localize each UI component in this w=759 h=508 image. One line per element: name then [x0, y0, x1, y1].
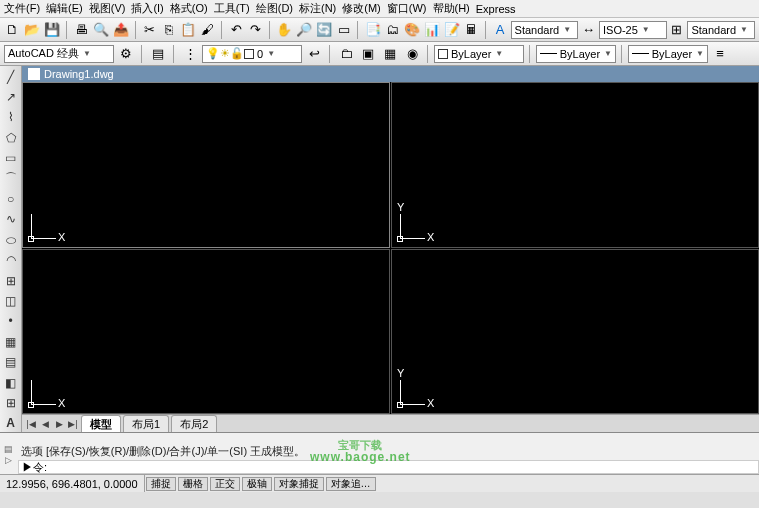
tab-nav-prev[interactable]: ◀ [38, 417, 52, 431]
command-input[interactable]: ▶令: [18, 460, 759, 474]
tool-palette-icon[interactable]: 🎨 [403, 20, 421, 40]
tab-layout2[interactable]: 布局2 [171, 415, 217, 433]
line-icon[interactable]: ╱ [2, 68, 20, 85]
separator [173, 45, 175, 63]
save-icon[interactable]: 💾 [43, 20, 61, 40]
menu-file[interactable]: 文件(F) [4, 1, 40, 16]
zoom-icon[interactable]: 🔎 [295, 20, 313, 40]
tab-nav-last[interactable]: ▶| [66, 417, 80, 431]
layer-dropdown[interactable]: 💡 ☀ 🔓 0▼ [202, 45, 302, 63]
table-style-dropdown[interactable]: Standard▼ [687, 21, 755, 39]
window-icon[interactable]: ▣ [358, 44, 378, 64]
layer-states-icon[interactable]: ⋮ [180, 44, 200, 64]
insert-block-icon[interactable]: ⊞ [2, 272, 20, 289]
color-dropdown[interactable]: ByLayer▼ [434, 45, 524, 63]
menu-help[interactable]: 帮助(H) [433, 1, 470, 16]
table-style-icon[interactable]: ⊞ [669, 20, 686, 40]
pan-icon[interactable]: ✋ [275, 20, 293, 40]
linetype-dropdown[interactable]: ByLayer▼ [536, 45, 616, 63]
menu-window[interactable]: 窗口(W) [387, 1, 427, 16]
tab-layout1[interactable]: 布局1 [123, 415, 169, 433]
dim-style-icon[interactable]: ↔ [580, 20, 597, 40]
bylayer-icon[interactable]: ≡ [710, 44, 730, 64]
viewport-bottom-right[interactable]: YX [391, 249, 759, 415]
table-icon[interactable]: ⊞ [2, 394, 20, 411]
ellipse-icon[interactable]: ⬭ [2, 231, 20, 248]
menu-modify[interactable]: 修改(M) [342, 1, 381, 16]
undo-icon[interactable]: ↶ [228, 20, 245, 40]
design-center-icon[interactable]: 🗂 [384, 20, 401, 40]
calc-icon[interactable]: 🖩 [463, 20, 480, 40]
grid-toggle[interactable]: 栅格 [178, 477, 208, 491]
cut-icon[interactable]: ✂ [141, 20, 158, 40]
menu-draw[interactable]: 绘图(D) [256, 1, 293, 16]
ortho-toggle[interactable]: 正交 [210, 477, 240, 491]
ray-icon[interactable]: ↗ [2, 88, 20, 105]
rectangle-icon[interactable]: ▭ [2, 150, 20, 167]
menu-format[interactable]: 格式(O) [170, 1, 208, 16]
open-icon[interactable]: 📂 [23, 20, 41, 40]
viewport-top-right[interactable]: YX [391, 82, 759, 248]
command-grip[interactable]: ▤▷ [2, 437, 14, 471]
layer-mgr-icon[interactable]: ▤ [148, 44, 168, 64]
layer-prev-icon[interactable]: ↩ [304, 44, 324, 64]
polygon-icon[interactable]: ⬠ [2, 129, 20, 146]
lock-icon: 🔓 [230, 47, 244, 60]
region-icon[interactable]: ◧ [2, 374, 20, 391]
circle-icon[interactable]: ○ [2, 190, 20, 207]
copy-icon[interactable]: ⎘ [160, 20, 177, 40]
menu-dimension[interactable]: 标注(N) [299, 1, 336, 16]
polar-toggle[interactable]: 极轴 [242, 477, 272, 491]
make-block-icon[interactable]: ◫ [2, 292, 20, 309]
preview-icon[interactable]: 🔍 [92, 20, 110, 40]
render-icon[interactable]: ◉ [402, 44, 422, 64]
separator [357, 21, 359, 39]
osnap-toggle[interactable]: 对象捕捉 [274, 477, 324, 491]
publish-icon[interactable]: 📤 [112, 20, 130, 40]
dim-style-dropdown[interactable]: ISO-25▼ [599, 21, 667, 39]
zoom-window-icon[interactable]: ▭ [335, 20, 352, 40]
workspace-settings-icon[interactable]: ⚙ [116, 44, 136, 64]
tab-nav-next[interactable]: ▶ [52, 417, 66, 431]
gradient-icon[interactable]: ▤ [2, 353, 20, 370]
print-icon[interactable]: 🖶 [73, 20, 90, 40]
tab-model[interactable]: 模型 [81, 415, 121, 433]
spline-icon[interactable]: ∿ [2, 211, 20, 228]
workspace-dropdown[interactable]: AutoCAD 经典▼ [4, 45, 114, 63]
viewport-grid[interactable]: X YX X YX [22, 82, 759, 414]
paste-icon[interactable]: 📋 [179, 20, 197, 40]
status-bar: 12.9956, 696.4801, 0.0000 捕捉 栅格 正交 极轴 对象… [0, 474, 759, 492]
lineweight-dropdown[interactable]: ByLayer▼ [628, 45, 708, 63]
properties-icon[interactable]: 📑 [364, 20, 382, 40]
text-icon[interactable]: A [2, 415, 20, 432]
otrack-toggle[interactable]: 对象追… [326, 477, 376, 491]
tab-nav-first[interactable]: |◀ [24, 417, 38, 431]
text-style-dropdown[interactable]: Standard▼ [511, 21, 579, 39]
new-icon[interactable]: 🗋 [4, 20, 21, 40]
menu-insert[interactable]: 插入(I) [131, 1, 163, 16]
snap-toggle[interactable]: 捕捉 [146, 477, 176, 491]
ellipse-arc-icon[interactable]: ◠ [2, 252, 20, 269]
text-style-icon[interactable]: A [492, 20, 509, 40]
sun-icon: ☀ [220, 47, 230, 60]
point-icon[interactable]: • [2, 313, 20, 330]
polyline-icon[interactable]: ⌇ [2, 109, 20, 126]
layer-off-icon[interactable]: 🗀 [336, 44, 356, 64]
menu-edit[interactable]: 编辑(E) [46, 1, 83, 16]
menu-bar: 文件(F) 编辑(E) 视图(V) 插入(I) 格式(O) 工具(T) 绘图(D… [0, 0, 759, 18]
menu-view[interactable]: 视图(V) [89, 1, 126, 16]
sheet-set-icon[interactable]: 📊 [423, 20, 441, 40]
coordinates[interactable]: 12.9956, 696.4801, 0.0000 [0, 475, 145, 492]
menu-tools[interactable]: 工具(T) [214, 1, 250, 16]
viewport-icon[interactable]: ▦ [380, 44, 400, 64]
layer-color-swatch [244, 49, 254, 59]
match-icon[interactable]: 🖌 [199, 20, 216, 40]
hatch-icon[interactable]: ▦ [2, 333, 20, 350]
menu-express[interactable]: Express [476, 3, 516, 15]
zoom-prev-icon[interactable]: 🔄 [315, 20, 333, 40]
arc-icon[interactable]: ⌒ [2, 170, 20, 187]
redo-icon[interactable]: ↷ [247, 20, 264, 40]
viewport-top-left[interactable]: X [22, 82, 390, 248]
viewport-bottom-left[interactable]: X [22, 249, 390, 415]
markup-icon[interactable]: 📝 [443, 20, 461, 40]
